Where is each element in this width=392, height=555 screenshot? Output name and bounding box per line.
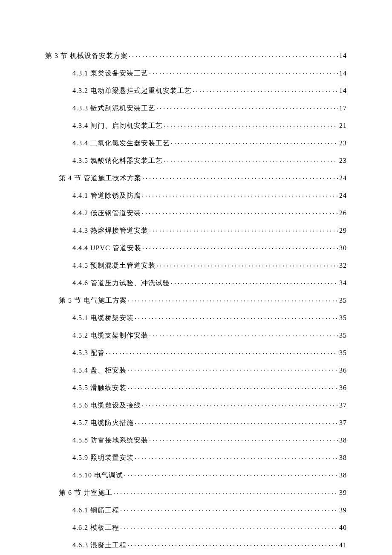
toc-entry: 4.5.1 电缆桥架安装 35 — [45, 313, 347, 321]
toc-entry: 4.3.3 链式刮泥机安装工艺 17 — [45, 104, 347, 112]
toc-entry: 4.5.7 电缆防火措施 37 — [45, 418, 347, 426]
toc-leader-dots — [135, 418, 338, 425]
toc-entry-label: 第 5 节 电气施工方案 — [59, 297, 127, 304]
toc-entry-page: 23 — [339, 157, 347, 164]
toc-entry-label: 4.5.2 电缆支架制作安装 — [72, 332, 148, 339]
toc-entry-page: 35 — [339, 332, 347, 339]
toc-entry: 第 5 节 电气施工方案 35 — [45, 296, 347, 304]
toc-entry-page: 32 — [339, 262, 347, 269]
toc-entry: 4.5.10 电气调试 38 — [45, 471, 347, 479]
toc-leader-dots — [171, 139, 338, 145]
toc-entry-label: 4.3.1 泵类设备安装工艺 — [72, 70, 148, 77]
toc-entry: 4.5.2 电缆支架制作安装 35 — [45, 331, 347, 339]
toc-leader-dots — [142, 173, 338, 180]
toc-leader-dots — [164, 156, 338, 163]
toc-entry-page: 24 — [339, 175, 347, 182]
toc-leader-dots — [149, 331, 338, 338]
toc-leader-dots — [135, 453, 338, 460]
toc-entry-page: 23 — [339, 140, 347, 147]
toc-leader-dots — [127, 383, 338, 390]
toc-entry-page: 38 — [339, 454, 347, 461]
toc-entry: 4.6.3 混凝土工程 41 — [45, 541, 347, 549]
toc-entry: 4.5.5 滑触线安装 36 — [45, 383, 347, 391]
toc-entry-label: 4.5.7 电缆防火措施 — [72, 419, 134, 426]
toc-entry-label: 第 3 节 机械设备安装方案 — [45, 52, 128, 59]
toc-entry: 4.6.2 模板工程 40 — [45, 523, 347, 531]
table-of-contents: 第 3 节 机械设备安装方案144.3.1 泵类设备安装工艺 144.3.2 电… — [45, 51, 347, 555]
toc-entry-label: 4.6.3 混凝土工程 — [72, 542, 127, 549]
toc-leader-dots — [142, 243, 338, 250]
toc-entry-label: 4.5.6 电缆敷设及接线 — [72, 402, 141, 409]
toc-entry-page: 24 — [339, 192, 347, 199]
toc-leader-dots — [149, 436, 338, 442]
toc-leader-dots — [120, 523, 338, 530]
toc-leader-dots — [142, 208, 338, 215]
toc-leader-dots — [106, 348, 338, 355]
toc-entry-page: 30 — [339, 245, 347, 251]
toc-entry-page: 17 — [339, 105, 347, 112]
toc-entry: 第 3 节 机械设备安装方案14 — [45, 51, 347, 59]
toc-entry: 4.3.4 闸门、启闭机安装工艺 21 — [45, 121, 347, 129]
toc-entry: 4.4.6 管道压力试验、冲洗试验34 — [45, 278, 347, 286]
toc-entry-label: 第 6 节 井室施工 — [59, 489, 112, 496]
toc-entry-label: 4.5.5 滑触线安装 — [72, 384, 127, 391]
toc-entry: 第 4 节 管道施工技术方案 24 — [45, 173, 347, 182]
toc-leader-dots — [171, 278, 338, 285]
toc-entry-page: 39 — [339, 507, 347, 514]
toc-leader-dots — [127, 541, 338, 547]
toc-entry-label: 4.5.3 配管 — [72, 350, 105, 356]
toc-entry-label: 4.5.4 盘、柜安装 — [72, 367, 127, 374]
toc-entry: 4.3.2 电动单梁悬挂式起重机安装工艺 14 — [45, 86, 347, 94]
toc-leader-dots — [142, 191, 338, 198]
toc-entry-label: 4.3.2 电动单梁悬挂式起重机安装工艺 — [72, 87, 192, 94]
toc-entry: 4.5.9 照明装置安装 38 — [45, 453, 347, 461]
toc-entry-page: 29 — [339, 227, 347, 234]
toc-entry-label: 第 4 节 管道施工技术方案 — [59, 175, 141, 182]
toc-entry-page: 37 — [339, 402, 347, 409]
toc-leader-dots — [127, 366, 338, 373]
toc-entry-label: 4.4.5 预制混凝土管道安装 — [72, 262, 156, 269]
toc-leader-dots — [128, 296, 338, 303]
toc-leader-dots — [156, 261, 338, 268]
toc-entry: 4.5.8 防雷接地系统安装 38 — [45, 436, 347, 444]
toc-entry: 4.4.3 热熔焊接管道安装29 — [45, 226, 347, 234]
toc-entry: 4.3.1 泵类设备安装工艺 14 — [45, 69, 347, 77]
toc-leader-dots — [135, 313, 338, 320]
toc-leader-dots — [142, 401, 338, 408]
toc-entry-label: 4.5.1 电缆桥架安装 — [72, 315, 134, 321]
toc-entry-page: 14 — [339, 87, 347, 94]
toc-entry-label: 4.4.2 低压钢管道安装 — [72, 210, 141, 217]
toc-entry-label: 4.5.10 电气调试 — [72, 472, 123, 479]
toc-leader-dots — [129, 51, 338, 58]
toc-entry-page: 39 — [339, 489, 347, 496]
toc-leader-dots — [149, 69, 338, 75]
toc-entry-page: 38 — [339, 472, 347, 479]
toc-entry-label: 4.4.4 UPVC 管道安装 — [72, 245, 141, 251]
toc-leader-dots — [124, 471, 338, 477]
toc-leader-dots — [193, 86, 338, 93]
toc-entry-page: 26 — [339, 210, 347, 217]
toc-entry-label: 4.3.5 氯酸钠化料器安装工艺 — [72, 157, 163, 164]
toc-leader-dots — [120, 506, 338, 512]
toc-entry: 4.3.5 氯酸钠化料器安装工艺 23 — [45, 156, 347, 164]
toc-leader-dots — [164, 121, 338, 128]
toc-entry: 4.4.4 UPVC 管道安装 30 — [45, 243, 347, 251]
toc-entry-label: 4.5.8 防雷接地系统安装 — [72, 437, 148, 444]
toc-entry-page: 37 — [339, 419, 347, 426]
toc-entry: 4.4.2 低压钢管道安装26 — [45, 208, 347, 217]
toc-entry: 4.6.1 钢筋工程 39 — [45, 506, 347, 514]
toc-leader-dots — [113, 488, 338, 495]
toc-entry-label: 4.5.9 照明装置安装 — [72, 454, 134, 461]
toc-entry-page: 35 — [339, 315, 347, 321]
toc-entry-label: 4.6.1 钢筋工程 — [72, 507, 119, 514]
toc-entry-label: 4.4.3 热熔焊接管道安装 — [72, 227, 148, 234]
toc-entry-page: 40 — [339, 524, 347, 531]
toc-entry-page: 21 — [339, 122, 347, 129]
toc-entry-label: 4.3.4 二氧化氯发生器安装工艺 — [72, 140, 170, 147]
toc-entry-page: 35 — [339, 350, 347, 356]
toc-entry-page: 36 — [339, 367, 347, 374]
toc-entry: 4.4.5 预制混凝土管道安装32 — [45, 261, 347, 269]
toc-entry-label: 4.4.1 管道除锈及防腐 — [72, 192, 141, 199]
toc-entry-label: 4.4.6 管道压力试验、冲洗试验 — [72, 280, 170, 286]
toc-entry-page: 36 — [339, 384, 347, 391]
